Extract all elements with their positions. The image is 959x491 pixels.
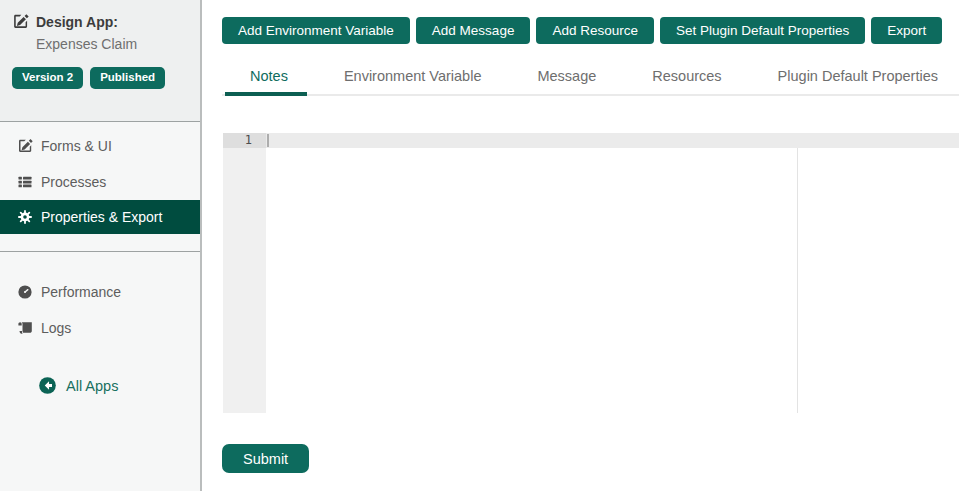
- tab-resources[interactable]: Resources: [624, 63, 749, 94]
- submit-button[interactable]: Submit: [222, 444, 309, 473]
- arrow-circle-left-icon: [38, 376, 57, 395]
- tab-environment-variable[interactable]: Environment Variable: [316, 63, 510, 94]
- sidebar-nav-primary: Forms & UI Processes Properties & Export: [0, 122, 200, 234]
- sidebar-item-properties-export[interactable]: Properties & Export: [0, 200, 200, 234]
- edit-square-icon: [12, 13, 29, 30]
- sidebar-item-forms-ui[interactable]: Forms & UI: [0, 128, 200, 164]
- tab-message[interactable]: Message: [509, 63, 624, 94]
- sidebar-item-logs[interactable]: Logs: [0, 310, 200, 346]
- text-cursor: [267, 134, 269, 147]
- add-resource-button[interactable]: Add Resource: [536, 17, 654, 44]
- app-title: Design App:: [36, 14, 118, 30]
- gear-icon: [17, 209, 33, 225]
- all-apps-label: All Apps: [66, 378, 118, 394]
- sidebar-item-label: Properties & Export: [41, 209, 162, 225]
- editor-content[interactable]: [270, 133, 959, 413]
- add-environment-variable-button[interactable]: Add Environment Variable: [222, 17, 410, 44]
- main-content: Add Environment Variable Add Message Add…: [222, 0, 959, 491]
- sidebar-item-performance[interactable]: Performance: [0, 274, 200, 310]
- line-number: 1: [223, 133, 252, 148]
- notes-code-editor[interactable]: 1: [222, 133, 959, 413]
- app-name: Expenses Claim: [36, 36, 200, 52]
- badges-row: Version 2 Published: [12, 67, 200, 89]
- app-header: Design App: Expenses Claim Version 2 Pub…: [0, 0, 200, 122]
- set-plugin-default-properties-button[interactable]: Set Plugin Default Properties: [660, 17, 865, 44]
- status-badge: Published: [90, 67, 165, 89]
- sidebar-item-label: Forms & UI: [41, 138, 112, 154]
- add-message-button[interactable]: Add Message: [416, 17, 531, 44]
- app-title-row: Design App:: [12, 13, 200, 30]
- sidebar-item-label: Logs: [41, 320, 71, 336]
- toolbar: Add Environment Variable Add Message Add…: [222, 17, 959, 44]
- sidebar-nav-secondary: Performance Logs: [0, 252, 200, 346]
- sidebar-item-label: Processes: [41, 174, 106, 190]
- tab-plugin-default-properties[interactable]: Plugin Default Properties: [750, 63, 959, 94]
- editor-gutter: [223, 133, 266, 413]
- export-button[interactable]: Export: [871, 17, 942, 44]
- scroll-icon: [17, 320, 33, 336]
- tab-notes[interactable]: Notes: [222, 63, 316, 94]
- all-apps-link[interactable]: All Apps: [38, 376, 200, 395]
- tab-bar: Notes Environment Variable Message Resou…: [222, 63, 959, 96]
- sidebar: Design App: Expenses Claim Version 2 Pub…: [0, 0, 202, 491]
- edit-square-icon: [17, 138, 33, 154]
- sidebar-item-label: Performance: [41, 284, 121, 300]
- list-icon: [17, 174, 33, 190]
- sidebar-item-processes[interactable]: Processes: [0, 164, 200, 200]
- gauge-icon: [17, 284, 33, 300]
- version-badge: Version 2: [12, 67, 83, 89]
